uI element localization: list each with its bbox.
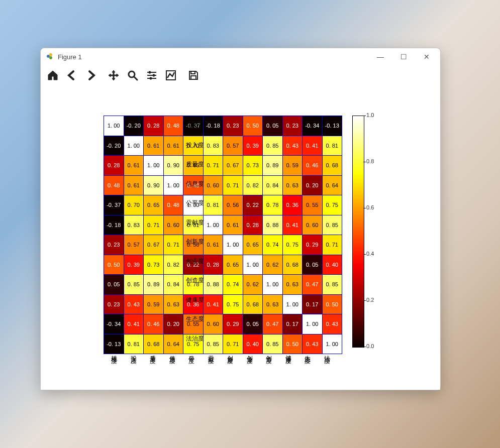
heatmap-cell: -0. 20	[124, 116, 144, 136]
heatmap-cell: 0. 88	[263, 215, 283, 235]
heatmap-cell: 1. 00	[282, 294, 303, 314]
heatmap-cell: 0. 90	[144, 175, 164, 195]
y-axis-label: 投入度	[164, 141, 204, 150]
heatmap-cell: 0. 39	[124, 255, 144, 275]
heatmap-cell: 0. 55	[303, 195, 323, 215]
heatmap-cell: 0. 67	[223, 156, 243, 176]
heatmap-cell: -0. 18	[203, 116, 223, 136]
home-button[interactable]	[44, 66, 62, 84]
y-axis-label: 公平度	[164, 199, 204, 207]
svg-rect-13	[191, 76, 196, 79]
svg-line-4	[134, 77, 137, 80]
subplots-button[interactable]	[143, 66, 161, 84]
colorbar-tick: 1.0	[366, 112, 374, 118]
figure-window: Figure 1 — ☐ ✕	[40, 48, 441, 390]
y-axis-label: 创造度	[164, 276, 204, 285]
heatmap-cell: 0. 41	[124, 314, 144, 334]
heatmap-cell: -0. 20	[104, 136, 124, 156]
x-axis-label: 生态度	[303, 351, 312, 354]
heatmap-cell: 0. 63	[282, 175, 303, 195]
heatmap-cell: 0. 40	[322, 255, 342, 275]
svg-point-9	[153, 74, 155, 76]
colorbar	[352, 116, 364, 348]
titlebar[interactable]: Figure 1 — ☐ ✕	[41, 48, 440, 65]
heatmap-cell: 1. 00	[223, 235, 243, 255]
x-axis-label: 质量度	[148, 351, 157, 354]
heatmap-cell: 0. 70	[124, 195, 144, 215]
heatmap-cell: 0. 43	[124, 294, 144, 314]
zoom-button[interactable]	[124, 66, 142, 84]
colorbar-tick: 0.0	[366, 343, 374, 349]
heatmap-cell: 0. 59	[144, 294, 164, 314]
heatmap-cell: 0. 61	[203, 235, 223, 255]
desktop-background: Figure 1 — ☐ ✕	[0, 0, 500, 448]
app-icon	[46, 52, 58, 62]
heatmap-cell: 0. 85	[322, 215, 342, 235]
heatmap-cell: 0. 88	[203, 275, 223, 295]
back-button[interactable]	[63, 66, 81, 84]
heatmap-cell: 0. 41	[303, 136, 323, 156]
axes-button[interactable]	[162, 66, 180, 84]
heatmap-cell: 0. 46	[303, 156, 323, 176]
y-axis-label: 质量度	[164, 160, 204, 169]
close-button[interactable]: ✕	[415, 49, 438, 64]
svg-point-1	[49, 53, 52, 56]
heatmap-cell: 0. 56	[223, 195, 243, 215]
heatmap-cell: 0. 68	[322, 156, 342, 176]
y-axis-label: 贡献度	[164, 218, 204, 227]
heatmap-cell: 0. 28	[203, 255, 223, 275]
plot-area[interactable]: 1. 00-0. 200. 280. 48-0. 37-0. 180. 230.…	[41, 85, 440, 390]
heatmap-cell: 0. 62	[243, 275, 263, 295]
y-axis-label: 生态度	[164, 315, 204, 323]
heatmap-cell: 0. 05	[104, 275, 124, 295]
x-axis-label: 投入度	[129, 351, 138, 354]
heatmap-cell: 0. 63	[282, 275, 303, 295]
maximize-button[interactable]: ☐	[392, 49, 415, 64]
window-title: Figure 1	[58, 53, 82, 61]
matplotlib-toolbar	[41, 65, 440, 85]
heatmap-cell: 0. 81	[203, 195, 223, 215]
heatmap-cell: 0. 71	[203, 156, 223, 176]
heatmap-cell: -0. 34	[104, 314, 124, 334]
heatmap-cell: 0. 89	[263, 156, 283, 176]
heatmap-cell: -0. 34	[303, 116, 323, 136]
heatmap-cell: 0. 48	[104, 175, 124, 195]
heatmap-cell: 0. 41	[203, 294, 223, 314]
heatmap-cell: 0. 29	[303, 235, 323, 255]
heatmap-cell: 0. 74	[223, 275, 243, 295]
heatmap-cell: 0. 05	[303, 255, 323, 275]
y-axis-label: 规模度	[164, 122, 204, 130]
heatmap-cell: 0. 23	[104, 235, 124, 255]
heatmap-cell: 0. 23	[223, 116, 243, 136]
heatmap-cell: 0. 60	[203, 175, 223, 195]
heatmap-cell: 0. 28	[104, 156, 124, 176]
heatmap-cell: 0. 73	[243, 156, 263, 176]
heatmap-cell: 0. 85	[322, 275, 342, 295]
x-axis-label: 创造度	[264, 351, 273, 354]
heatmap-cell: 0. 23	[104, 294, 124, 314]
heatmap-cell: -0. 37	[104, 195, 124, 215]
x-axis-label: 贡献度	[207, 351, 215, 354]
colorbar-tick: 0.2	[366, 297, 374, 303]
forward-button[interactable]	[82, 66, 100, 84]
heatmap-cell: 0. 65	[223, 255, 243, 275]
heatmap-cell: 0. 57	[223, 136, 243, 156]
heatmap-cell: 0. 64	[322, 175, 342, 195]
heatmap-cell: 0. 22	[243, 195, 263, 215]
heatmap-cell: 0. 17	[282, 314, 303, 334]
heatmap-cell: 0. 74	[263, 235, 283, 255]
pan-button[interactable]	[105, 66, 123, 84]
y-axis-label: 创业度	[164, 257, 204, 266]
heatmap-cell: 1. 00	[144, 156, 164, 176]
heatmap-cell: 0. 61	[223, 215, 243, 235]
heatmap-cell: 0. 05	[263, 116, 283, 136]
x-axis-label: 公平度	[187, 351, 195, 354]
x-axis-label: 法治度	[323, 351, 331, 354]
heatmap-cell: 0. 28	[243, 215, 263, 235]
heatmap-cell: 1. 00	[243, 255, 263, 275]
save-button[interactable]	[184, 66, 203, 84]
heatmap-cell: 0. 60	[303, 215, 323, 235]
minimize-button[interactable]: —	[369, 49, 392, 64]
x-axis-label: 规模度	[110, 351, 118, 354]
heatmap-cell: 0. 75	[223, 294, 243, 314]
